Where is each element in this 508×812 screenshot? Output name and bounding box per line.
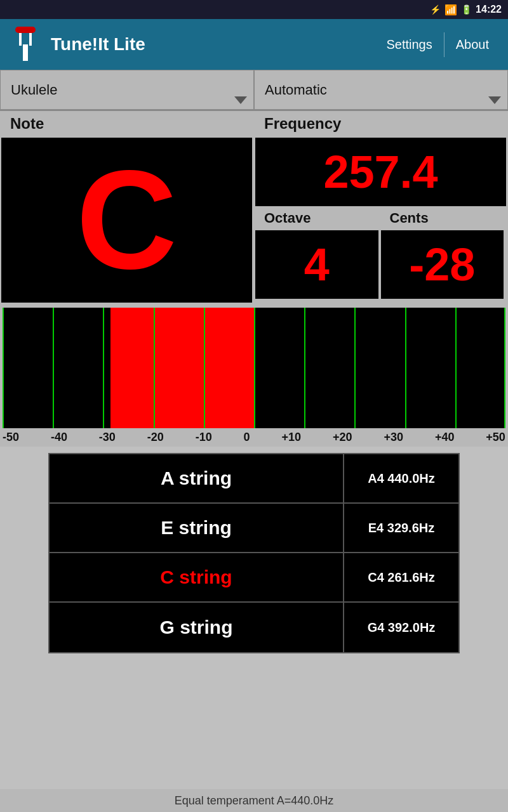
status-icons: ⚡ 📶 🔋 14:22 <box>430 4 502 16</box>
wifi-icon: 📶 <box>444 4 457 16</box>
scale-p20: +20 <box>333 431 352 444</box>
meter-line-n20 <box>154 308 155 428</box>
mode-selector[interactable]: Automatic <box>254 70 508 110</box>
red-bar <box>110 308 254 428</box>
instrument-value: Ukulele <box>11 82 57 98</box>
note-label: Note <box>0 111 254 136</box>
strings-table-container: A stringA4 440.0HzE stringE4 329.6HzC st… <box>0 453 508 653</box>
scale-n10: -10 <box>196 431 212 444</box>
app-logo <box>8 27 43 62</box>
octave-display: 4 <box>255 230 378 299</box>
string-row-0[interactable]: A stringA4 440.0Hz <box>50 454 458 504</box>
scale-p10: +10 <box>282 431 302 444</box>
note-freq-row: Note C Frequency 257.4 Octave 4 Cents -2… <box>0 111 508 304</box>
meter-line-p50 <box>504 308 505 428</box>
note-value: C <box>76 150 177 290</box>
freq-label: Frequency <box>254 111 508 136</box>
cents-section: Cents -28 <box>380 207 505 300</box>
string-name-2: C string <box>160 566 232 588</box>
string-info-0: A4 440.0Hz <box>368 471 435 486</box>
string-info-cell-2: C4 261.6Hz <box>344 553 458 601</box>
string-name-3: G string <box>159 617 232 638</box>
mode-dropdown-arrow <box>488 96 501 104</box>
scale-p50: +50 <box>486 431 505 444</box>
note-display: C <box>1 138 252 303</box>
octave-label: Octave <box>254 207 380 229</box>
svg-rect-4 <box>15 27 36 33</box>
string-info-3: G4 392.0Hz <box>368 620 436 635</box>
cents-value: -28 <box>409 239 475 291</box>
selectors-row: Ukulele Automatic <box>0 70 508 111</box>
mode-value: Automatic <box>265 82 327 98</box>
tuning-meter-container: -50 -40 -30 -20 -10 0 +10 +20 +30 +40 +5… <box>0 304 508 447</box>
svg-rect-0 <box>23 44 28 61</box>
string-info-cell-1: E4 329.6Hz <box>344 504 458 552</box>
meter-line-0 <box>254 308 255 428</box>
scale-n40: -40 <box>51 431 67 444</box>
string-row-1[interactable]: E stringE4 329.6Hz <box>50 504 458 553</box>
freq-value: 257.4 <box>323 146 438 198</box>
svg-rect-2 <box>29 32 32 46</box>
string-name-cell-0: A string <box>50 454 344 502</box>
scale-p40: +40 <box>435 431 455 444</box>
cents-label: Cents <box>380 207 505 229</box>
string-info-2: C4 261.6Hz <box>368 570 435 585</box>
string-name-cell-2: C string <box>50 553 344 601</box>
meter-line-n50 <box>3 308 4 428</box>
scale-n30: -30 <box>99 431 116 444</box>
meter-line-p40 <box>455 308 457 428</box>
battery-icon: 🔋 <box>461 4 472 15</box>
octave-cents-row: Octave 4 Cents -28 <box>254 207 505 300</box>
string-row-3[interactable]: G stringG4 392.0Hz <box>50 603 458 652</box>
cents-display: -28 <box>381 230 504 299</box>
string-name-cell-3: G string <box>50 603 344 652</box>
settings-button[interactable]: Settings <box>375 32 444 57</box>
usb-icon: ⚡ <box>430 4 441 15</box>
top-bar: Tune!It Lite Settings About <box>0 19 508 70</box>
scale-n50: -50 <box>3 431 19 444</box>
strings-table: A stringA4 440.0HzE stringE4 329.6HzC st… <box>48 453 460 653</box>
scale-0: 0 <box>244 431 250 444</box>
octave-section: Octave 4 <box>254 207 380 300</box>
about-button[interactable]: About <box>444 32 500 57</box>
tuning-meter <box>3 308 505 428</box>
meter-line-n30 <box>103 308 104 428</box>
app-title: Tune!It Lite <box>51 34 375 55</box>
note-section: Note C <box>0 111 254 304</box>
instrument-selector[interactable]: Ukulele <box>0 70 254 110</box>
meter-line-n10 <box>204 308 205 428</box>
string-row-2[interactable]: C stringC4 261.6Hz <box>50 553 458 603</box>
string-name-cell-1: E string <box>50 504 344 552</box>
string-info-cell-3: G4 392.0Hz <box>344 603 458 652</box>
meter-line-p30 <box>405 308 406 428</box>
meter-line-p20 <box>354 308 356 428</box>
octave-value: 4 <box>304 239 330 291</box>
scale-n20: -20 <box>147 431 164 444</box>
cent-scale: -50 -40 -30 -20 -10 0 +10 +20 +30 +40 +5… <box>0 428 508 447</box>
string-info-cell-0: A4 440.0Hz <box>344 454 458 502</box>
meter-line-p10 <box>304 308 305 428</box>
string-name-0: A string <box>161 468 232 489</box>
freq-display: 257.4 <box>255 138 506 206</box>
instrument-dropdown-arrow <box>234 96 247 104</box>
string-info-1: E4 329.6Hz <box>368 521 435 535</box>
freq-section: Frequency 257.4 Octave 4 Cents -28 <box>254 111 508 304</box>
footer-text: Equal temperament A=440.0Hz <box>175 794 334 808</box>
scale-p30: +30 <box>384 431 403 444</box>
string-name-1: E string <box>161 517 232 539</box>
meter-line-n40 <box>53 308 54 428</box>
status-bar: ⚡ 📶 🔋 14:22 <box>0 0 508 19</box>
footer: Equal temperament A=440.0Hz <box>0 789 508 812</box>
time-display: 14:22 <box>476 4 502 15</box>
svg-rect-1 <box>19 32 22 46</box>
